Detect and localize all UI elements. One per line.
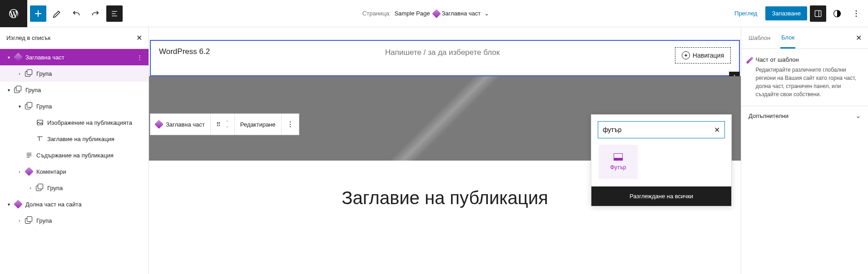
list-item[interactable]: ›Група (0, 212, 149, 229)
undo-button[interactable] (68, 5, 84, 22)
site-title: WordPress 6.2 (159, 47, 210, 56)
list-view-panel: Изглед в списък ✕ ▾Заглавна част⋮›Група▾… (0, 27, 149, 274)
edit-template-part-button[interactable]: Редактиране (235, 114, 282, 135)
list-item[interactable]: ›Група (0, 65, 149, 82)
footer-block-icon (614, 153, 623, 161)
list-item[interactable]: Изображение на публикацията (0, 114, 149, 131)
list-view-title: Изглед в списък (6, 34, 50, 41)
advanced-panel-toggle[interactable]: Допълнителни ⌄ (741, 106, 868, 126)
settings-panel-toggle[interactable] (810, 5, 826, 22)
svg-rect-0 (815, 10, 821, 16)
block-info-title: Част от шаблон (755, 56, 861, 63)
browse-all-button[interactable]: Разглеждане на всички (591, 186, 731, 206)
add-block-button[interactable] (30, 5, 46, 22)
header-template-part-block[interactable]: WordPress 6.2 Напишете / за да изберете … (150, 40, 740, 76)
page-name-label: Sample Page (394, 10, 430, 17)
chevron-down-icon: ⌄ (484, 10, 489, 17)
close-sidebar-button[interactable]: ✕ (856, 34, 862, 42)
settings-sidebar: Шаблон Блок ✕ Част от шаблон Редактирайт… (741, 27, 868, 274)
close-list-view-button[interactable]: ✕ (136, 34, 142, 42)
list-item[interactable]: ▾Група (0, 82, 149, 98)
list-item[interactable]: ▾Долна част на сайта (0, 196, 149, 212)
list-view-button[interactable] (106, 5, 123, 22)
block-inserter-popover: ✕ Футър Разглеждане на всички (591, 114, 732, 206)
template-part-icon (746, 57, 754, 64)
svg-rect-5 (37, 120, 43, 125)
redo-button[interactable] (87, 5, 104, 22)
svg-point-6 (289, 122, 290, 122)
navigation-block[interactable]: Навигация (675, 47, 731, 64)
toolbar-more-button[interactable] (282, 114, 299, 135)
svg-point-4 (856, 15, 857, 17)
svg-point-1 (833, 10, 840, 17)
more-options-button[interactable] (848, 5, 864, 22)
tab-block[interactable]: Блок (780, 28, 795, 49)
template-part-icon (432, 9, 441, 18)
template-part-icon (154, 120, 164, 129)
document-title[interactable]: Страница: Sample Page Заглавна част ⌄ (362, 10, 489, 17)
list-item[interactable]: ›Коментари (0, 163, 149, 180)
block-placeholder[interactable]: Напишете / за да изберете блок (210, 48, 675, 57)
block-info-description: Редактирайте различните глобални региони… (755, 66, 861, 98)
svg-point-2 (856, 10, 857, 11)
list-item[interactable]: ›Група (0, 180, 149, 196)
preview-button[interactable]: Преглед (729, 6, 763, 20)
block-result-footer[interactable]: Футър (599, 145, 638, 179)
list-item[interactable]: ▾Заглавна част⋮ (0, 49, 149, 65)
block-result-label: Футър (610, 164, 626, 171)
page-prefix-label: Страница: (362, 10, 391, 17)
svg-point-7 (289, 124, 290, 125)
list-item[interactable]: Заглавие на публикация (0, 131, 149, 147)
block-search-input[interactable] (603, 126, 714, 133)
svg-point-3 (856, 13, 857, 14)
list-item[interactable]: ▾Група (0, 98, 149, 114)
svg-point-8 (289, 126, 290, 127)
tab-template[interactable]: Шаблон (748, 28, 771, 48)
styles-button[interactable] (829, 5, 845, 22)
move-up-down-buttons[interactable]: ⌃⌄ (225, 121, 229, 128)
active-part-label: Заглавна част (441, 10, 481, 17)
drag-handle[interactable]: ⠿ (216, 121, 222, 128)
compass-icon (682, 51, 690, 59)
list-item[interactable]: Съдържание на публикация (0, 147, 149, 163)
clear-search-button[interactable]: ✕ (714, 126, 720, 134)
chevron-down-icon: ⌄ (856, 113, 861, 119)
navigation-label: Навигация (693, 52, 724, 59)
wordpress-logo[interactable] (0, 0, 27, 27)
tools-button[interactable] (49, 5, 65, 22)
block-toolbar: Заглавна част ⠿ ⌃⌄ Редактиране (150, 113, 299, 135)
save-button[interactable]: Запазване (765, 6, 807, 20)
toolbar-block-name: Заглавна част (166, 121, 205, 128)
